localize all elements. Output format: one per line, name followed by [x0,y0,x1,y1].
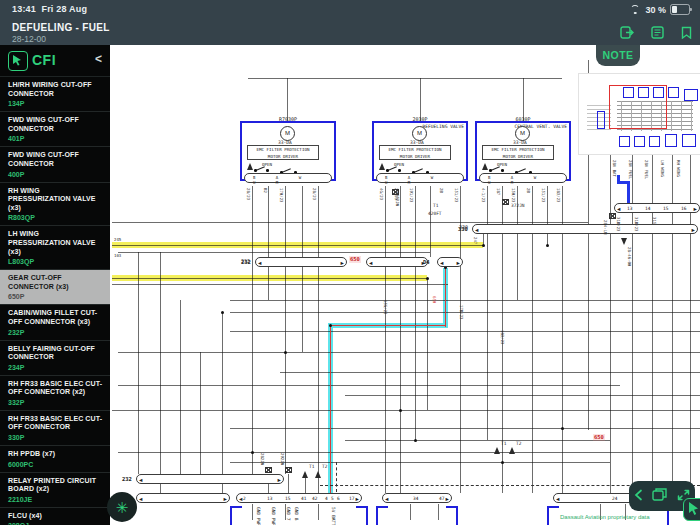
wire [385,186,386,493]
sidebar-item-332P[interactable]: RH FR33 BASIC ELEC CUT-OFF CONNECTOR (x2… [0,376,110,411]
wire [280,372,700,373]
minimap-device-box [668,87,679,98]
emc-filter-box: EMC FILTER PROTECTIONMOTOR DRIVER [482,145,554,160]
device-connector-bar: B A W U M [244,173,332,183]
device-box-edge [547,506,549,525]
wire [318,478,319,493]
sidebar-item-134P[interactable]: LH/RH WIRING CUT-OFF CONNECTOR134P [0,77,110,112]
junction-dot [399,409,402,412]
wire-label: 28V FUEL [644,160,648,179]
gear-flower-icon: ✳ [116,500,129,515]
device-box-edge [376,506,378,525]
wire [610,152,611,493]
sidebar-item-308QJ[interactable]: FLCU (x4)308QJ [0,508,110,525]
minimap[interactable] [578,73,700,155]
sidebar-item-401P[interactable]: FWD WING CUT-OFF CONNECTOR401P [0,112,110,147]
sidebar-item-title: FWD WING CUT-OFF CONNECTOR [8,151,103,168]
connector-bar-330: ◄► [472,224,698,234]
battery-icon [670,4,690,15]
connector-label: 232 [122,476,132,482]
junction-dot [546,244,549,247]
settings-fab[interactable]: ✳ [107,492,137,522]
wire-label: 292JN [280,453,284,465]
sidebar-item-title: FWD WING CUT-OFF CONNECTOR [8,116,103,133]
sidebar: CFI < LH/RH WIRING CUT-OFF CONNECTOR134P… [0,45,110,525]
sidebar-item-title: LH WING PRESSURIZATION VALVE (x3) [8,230,103,256]
bookmark-icon[interactable] [681,26,692,39]
wire-label: 28-46-00 [627,247,631,266]
wire-label: T1 [309,465,314,470]
sidebar-item-L803QP[interactable]: LH WING PRESSURIZATION VALVE (x3)L803QP [0,226,110,270]
sidebar-item-650P[interactable]: GEAR CUT-OFF CONNECTOR (x3)650P [0,270,110,305]
wire [138,252,139,474]
wire [268,186,269,300]
wire [252,504,253,520]
connector-bar-232: ◄► [136,474,284,484]
sidebar-item-2210JE[interactable]: RELAY PRINTED CIRCUIT BOARD (x2)2210JE [0,473,110,508]
arrow-up-icon [509,447,515,454]
junction-dot [501,461,504,464]
wire-label: 31B/23 [634,217,638,231]
sidebar-item-title: FLCU (x4) [8,512,103,521]
wire [248,78,562,79]
connector-bar: ◄►13141516 [614,203,700,213]
arrow-up-icon [315,471,321,478]
sidebar-item-code: 234P [8,363,103,372]
wire [180,300,181,474]
sidebar-item-code: 330P [8,433,103,442]
wire [118,252,430,253]
contact-dot [386,169,389,172]
sidebar-item-400P[interactable]: FWD WING CUT-OFF CONNECTOR400P [0,147,110,182]
minimap-viewport-rect[interactable] [609,85,667,129]
junction-dot [482,244,485,247]
junction-dot [329,324,332,327]
wire-label: 232 [241,259,250,264]
flag-page-icon[interactable] [652,487,667,505]
wire-label: 151/23 [454,188,458,202]
wire [305,478,306,493]
ground-icon [392,189,399,195]
wire-label: 183/23 [556,188,560,202]
device-code: R7030P [279,116,297,122]
note-button[interactable]: NOTE [596,45,640,66]
sidebar-item-232P[interactable]: CABIN/WING FILLET CUT-OFF CONNNECTOR (x3… [0,305,110,340]
highlight-red-wire [445,268,446,327]
sidebar-collapse-button[interactable]: < [95,52,102,66]
minimap-device-box [684,89,698,101]
wire [427,278,428,410]
highlight-blue-wire [627,181,630,203]
sidebar-item-6000PC[interactable]: RH PPDB (x7)6000PC [0,446,110,473]
wire [230,331,700,332]
minimap-device-box [619,136,630,147]
chevron-left-icon[interactable] [634,487,643,505]
wire [118,385,620,386]
wire [112,284,448,285]
clock: 13:41 [12,4,36,14]
sidebar-item-R803QP[interactable]: RH WING PRESSURIZATION VALVE (x3)R803QP [0,183,110,227]
app-window: 13:41 Fri 28 Aug 30 % DEFUELING - FUEL 2… [0,0,700,525]
junction-dot [284,351,287,354]
emc-filter-box: EMC FILTER PROTECTIONMOTOR DRIVER [247,145,319,160]
wire [547,186,548,245]
arrow-up-icon [247,163,253,170]
wire-label: T1 [433,204,438,209]
highlight-red-wire [330,325,331,493]
wire-label: 28V FUEL [628,160,632,179]
wire-label: 150/23 [511,188,515,202]
connector-bar: ◄►21315414245617 [236,493,362,503]
sidebar-item-330P[interactable]: RH FR33 BASIC ELEC CUT-OFF CONNECTOR330P [0,411,110,446]
switch-lever [256,166,265,170]
device-box-edge [547,506,559,508]
wire-label: 245 [114,238,121,242]
export-icon[interactable] [620,26,634,39]
wire-label: 4-1/23 [481,188,485,202]
sidebar-item-234P[interactable]: BELLY FAIRING CUT-OFF CONNECTOR234P [0,341,110,376]
device-connector-bar: B A W U M [376,173,464,183]
spec-list-icon[interactable] [651,26,664,39]
wire-label: 2B [439,188,443,193]
device-box-edge [366,506,368,525]
wire-label: 28/23 [312,188,316,200]
connector-bar-232: ◄► [255,257,347,267]
ata-code: 28-12-00 [12,34,46,44]
wire-label: T1 [501,442,506,447]
